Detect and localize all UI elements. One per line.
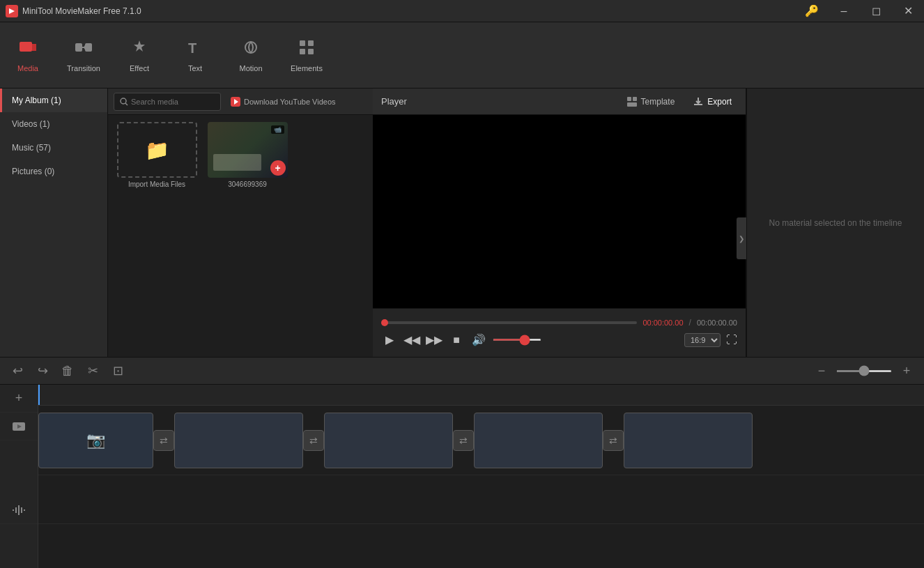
app-title: MiniTool MovieMaker Free 7.1.0 [22,6,141,16]
svg-point-8 [245,42,256,53]
import-media-label: Import Media Files [128,181,185,188]
export-icon [693,96,704,107]
time-sep: / [689,318,691,328]
restore-button[interactable]: ◻ [860,0,892,22]
timeline-clip-1[interactable]: 📷 [38,413,153,468]
progress-handle[interactable] [381,319,388,326]
player-header-right: Template Export [621,93,737,110]
player-canvas [373,115,746,308]
undo-button[interactable]: ↩ [7,360,28,381]
app-icon [6,5,18,17]
zoom-slider[interactable] [836,370,892,372]
close-button[interactable]: ✕ [892,0,924,22]
export-button[interactable]: Export [687,93,737,110]
toolbar-motion[interactable]: Motion [223,27,279,83]
text-icon: T [185,38,205,61]
svg-point-13 [121,98,126,104]
redo-button[interactable]: ↪ [32,360,53,381]
sidebar-item-pictures[interactable]: Pictures (0) [0,160,107,183]
svg-marker-3 [32,44,36,51]
clip-icon: 📷 [86,431,105,450]
current-time: 00:00:00.00 [642,318,683,327]
play-button[interactable]: ▶ [381,332,398,348]
toolbar-transition-label: Transition [67,64,100,72]
svg-rect-11 [300,49,305,54]
timeline-toolbar: ↩ ↪ 🗑 ✂ ⊡ − + [0,357,924,385]
cut-button[interactable]: ✂ [82,360,103,381]
fast-forward-button[interactable]: ▶▶ [426,332,442,348]
sidebar-item-videos[interactable]: Videos (1) [0,112,107,136]
title-bar-controls: 🔑 – ◻ ✕ [796,0,924,22]
no-material-text: No material selected on the timeline [769,218,902,228]
pin-button[interactable]: 🔑 [796,0,828,22]
playhead[interactable] [38,385,40,405]
search-box[interactable] [114,93,221,111]
media-icon [18,38,38,61]
transition-button-1[interactable]: ⇄ [153,430,174,451]
sidebar-item-my-album[interactable]: My Album (1) [0,89,107,112]
zoom-out-button[interactable]: − [811,360,832,381]
timeline-clip-3[interactable] [324,413,453,468]
timeline-content: 📷 ⇄ ⇄ ⇄ ⇄ [38,385,924,568]
template-button[interactable]: Template [621,93,681,110]
crop-button[interactable]: ⊡ [107,360,128,381]
video-media-item[interactable]: 📹 + 3046699369 [206,122,289,188]
youtube-icon [231,97,240,107]
video-track-label [0,413,38,440]
main-toolbar: Media Transition Effect T Text Motion El… [0,22,924,89]
zoom-in-button[interactable]: + [896,360,917,381]
title-bar-left: MiniTool MovieMaker Free 7.1.0 [0,5,141,17]
content-area: Player Template Export [373,89,924,357]
add-track-button[interactable]: + [0,385,38,413]
svg-rect-19 [627,102,637,107]
search-input[interactable] [131,98,215,106]
player-area: Player Template Export [373,89,746,357]
mute-button[interactable]: 🔊 [470,332,487,348]
toolbar-elements-label: Elements [291,64,323,72]
toolbar-text[interactable]: T Text [167,27,223,83]
stop-button[interactable]: ■ [448,332,465,348]
search-icon [120,98,128,106]
import-media-box[interactable]: 📁 [117,122,197,178]
left-panel: My Album (1) Videos (1) Music (57) Pictu… [0,89,373,357]
media-area: Download YouTube Videos 📁 Import Media F… [108,89,373,357]
sidebar-item-music[interactable]: Music (57) [0,136,107,160]
minimize-button[interactable]: – [828,0,860,22]
video-thumb: 📹 + [208,122,288,178]
sidebar: My Album (1) Videos (1) Music (57) Pictu… [0,89,108,357]
svg-rect-1 [20,42,32,52]
transition-button-4[interactable]: ⇄ [603,430,624,451]
toolbar-media[interactable]: Media [0,27,56,83]
progress-bar[interactable] [381,321,637,324]
panel-toggle-button[interactable]: ❯ [737,217,746,259]
main-layout: My Album (1) Videos (1) Music (57) Pictu… [0,89,924,357]
timeline-track-labels: + [0,385,38,568]
import-media-item[interactable]: 📁 Import Media Files [115,122,199,188]
timeline-clip-2[interactable] [174,413,303,468]
svg-marker-0 [9,8,15,14]
rewind-button[interactable]: ◀◀ [403,332,420,348]
elements-icon [297,38,316,61]
svg-line-14 [125,103,128,105]
add-to-timeline-button[interactable]: + [270,160,286,176]
playback-controls: ▶ ◀◀ ▶▶ ■ 🔊 16:9 4:3 1:1 ⛶ [381,332,737,348]
audio-track-icon [12,503,26,517]
delete-button[interactable]: 🗑 [57,360,78,381]
folder-icon: 📁 [145,139,169,162]
audio-track [38,475,924,524]
toolbar-elements[interactable]: Elements [279,27,334,83]
player-header: Player Template Export [373,89,746,115]
fullscreen-button[interactable]: ⛶ [726,334,737,346]
toolbar-transition[interactable]: Transition [56,27,111,83]
volume-slider[interactable] [493,339,541,341]
transition-button-3[interactable]: ⇄ [453,430,474,451]
aspect-ratio-select[interactable]: 16:9 4:3 1:1 [684,333,721,347]
transition-button-2[interactable]: ⇄ [303,430,324,451]
toolbar-effect[interactable]: Effect [111,27,167,83]
video-track: 📷 ⇄ ⇄ ⇄ ⇄ [38,406,924,475]
timeline-clip-4[interactable] [474,413,603,468]
cam-badge-icon: 📹 [274,126,282,133]
youtube-download-button[interactable]: Download YouTube Videos [226,95,340,109]
zoom-area: − + [811,360,917,381]
timeline-clip-5[interactable] [624,413,753,468]
